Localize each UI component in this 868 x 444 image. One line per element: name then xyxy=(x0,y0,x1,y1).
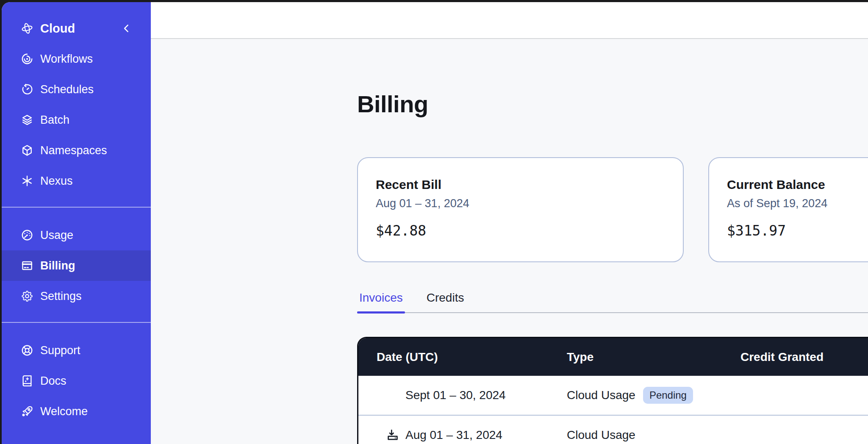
sidebar-item-usage[interactable]: Usage xyxy=(2,220,151,250)
recent-bill-amount: $42.88 xyxy=(376,222,665,239)
invoice-type-cell: Cloud Usage Pending xyxy=(566,387,740,404)
table-row: Aug 01 – 31, 2024 Cloud Usage xyxy=(358,415,868,444)
recent-bill-card: Recent Bill Aug 01 – 31, 2024 $42.88 xyxy=(357,157,684,262)
current-balance-date: As of Sept 19, 2024 xyxy=(727,196,868,211)
tab-invoices[interactable]: Invoices xyxy=(357,287,405,312)
support-icon xyxy=(21,344,33,357)
topbar xyxy=(151,2,868,39)
current-balance-card: Current Balance As of Sept 19, 2024 $315… xyxy=(708,157,868,262)
sidebar-item-billing[interactable]: Billing xyxy=(2,250,151,281)
schedules-icon xyxy=(21,83,33,96)
nexus-icon xyxy=(21,175,33,187)
usage-icon xyxy=(21,229,33,241)
invoice-date-cell: Aug 01 – 31, 2024 xyxy=(358,428,566,442)
sidebar-divider xyxy=(2,207,151,208)
sidebar-item-docs[interactable]: Docs xyxy=(2,366,151,396)
recent-bill-period: Aug 01 – 31, 2024 xyxy=(376,196,665,211)
invoices-table: Date (UTC) Type Credit Granted Sept 01 –… xyxy=(357,337,868,444)
sidebar-item-schedules[interactable]: Schedules xyxy=(2,74,151,105)
settings-icon xyxy=(21,290,33,302)
sidebar-divider xyxy=(2,322,151,323)
recent-bill-title: Recent Bill xyxy=(376,177,665,193)
column-header-type: Type xyxy=(566,350,740,364)
sidebar-item-namespaces[interactable]: Namespaces xyxy=(2,135,151,166)
column-header-credit-granted: Credit Granted xyxy=(740,350,868,364)
temporal-logo-icon xyxy=(21,22,33,35)
invoice-type-cell: Cloud Usage xyxy=(566,428,740,442)
current-balance-title: Current Balance xyxy=(727,177,868,193)
sidebar-item-workflows[interactable]: Workflows xyxy=(2,44,151,74)
tab-credits[interactable]: Credits xyxy=(424,287,466,312)
content-area: Billing Recent Bill Aug 01 – 31, 2024 $4… xyxy=(151,39,868,444)
invoices-table-header: Date (UTC) Type Credit Granted xyxy=(358,338,868,376)
table-row: Sept 01 – 30, 2024 Cloud Usage Pending xyxy=(358,376,868,415)
download-invoice-icon[interactable] xyxy=(386,428,399,442)
sidebar-item-welcome[interactable]: Welcome xyxy=(2,396,151,427)
workflows-icon xyxy=(21,53,33,65)
invoice-date-cell: Sept 01 – 30, 2024 xyxy=(358,388,566,402)
current-balance-amount: $315.97 xyxy=(727,222,868,239)
sidebar-item-nexus[interactable]: Nexus xyxy=(2,166,151,196)
column-header-date: Date (UTC) xyxy=(358,350,566,364)
sidebar-logo-label: Cloud xyxy=(40,22,75,36)
billing-tabs: Invoices Credits xyxy=(357,287,868,313)
summary-cards: Recent Bill Aug 01 – 31, 2024 $42.88 Cur… xyxy=(357,157,868,262)
batch-icon xyxy=(21,114,33,126)
welcome-icon xyxy=(21,405,33,418)
sidebar-item-batch[interactable]: Batch xyxy=(2,105,151,135)
invoices-table-body: Sept 01 – 30, 2024 Cloud Usage Pending xyxy=(358,376,868,444)
app-window: Cloud Workflows xyxy=(2,2,868,444)
docs-icon xyxy=(21,375,33,387)
billing-icon xyxy=(21,259,33,272)
sidebar-item-support[interactable]: Support xyxy=(2,335,151,366)
page-title: Billing xyxy=(357,92,868,117)
status-badge-pending: Pending xyxy=(643,387,693,404)
main-area: Billing Recent Bill Aug 01 – 31, 2024 $4… xyxy=(151,2,868,444)
sidebar-header: Cloud xyxy=(2,13,151,44)
download-slot-empty xyxy=(386,388,399,402)
sidebar-collapse-button[interactable] xyxy=(121,23,132,34)
sidebar: Cloud Workflows xyxy=(2,2,151,444)
sidebar-item-settings[interactable]: Settings xyxy=(2,281,151,311)
namespaces-icon xyxy=(21,144,33,157)
